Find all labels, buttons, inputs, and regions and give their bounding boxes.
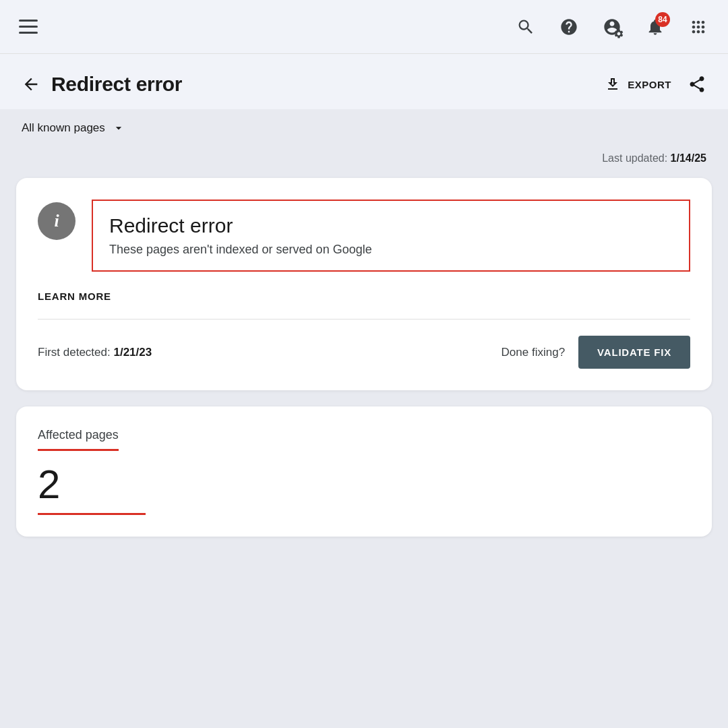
first-detected-text: First detected: 1/21/23 xyxy=(38,346,152,359)
affected-pages-underline xyxy=(38,513,146,515)
last-updated-label: Last updated: xyxy=(602,152,667,164)
first-detected-label: First detected: xyxy=(38,346,111,359)
share-button[interactable] xyxy=(688,75,706,94)
done-fixing-label: Done fixing? xyxy=(502,346,566,359)
page-title: Redirect error xyxy=(51,73,182,96)
done-fixing-section: Done fixing? VALIDATE FIX xyxy=(502,336,690,369)
learn-more-button[interactable]: LEARN MORE xyxy=(38,291,111,302)
notifications-icon[interactable]: 84 xyxy=(644,16,666,38)
last-updated-bar: Last updated: 1/14/25 xyxy=(0,147,728,178)
pages-filter-dropdown[interactable]: All known pages xyxy=(22,121,125,135)
error-info-card: i Redirect error These pages aren't inde… xyxy=(16,178,712,390)
error-card-title: Redirect error xyxy=(109,214,673,237)
nav-left xyxy=(19,20,38,34)
page-header-right: EXPORT xyxy=(605,75,706,94)
apps-grid-icon[interactable] xyxy=(688,16,709,38)
info-icon: i xyxy=(38,202,75,240)
notification-count-badge: 84 xyxy=(655,12,670,27)
filter-label: All known pages xyxy=(22,121,105,135)
page-header-left: Redirect error xyxy=(22,73,182,96)
card-divider xyxy=(38,319,690,320)
affected-pages-count: 2 xyxy=(38,464,690,505)
affected-pages-label: Affected pages xyxy=(38,428,119,442)
account-settings-icon[interactable] xyxy=(601,16,623,38)
affected-pages-tab[interactable]: Affected pages xyxy=(38,428,119,451)
affected-pages-card: Affected pages 2 xyxy=(16,406,712,537)
last-updated-date: 1/14/25 xyxy=(671,152,706,164)
error-info-section: i Redirect error These pages aren't inde… xyxy=(38,200,690,272)
top-navigation: 84 xyxy=(0,0,728,54)
detection-row: First detected: 1/21/23 Done fixing? VAL… xyxy=(38,336,690,369)
nav-right: 84 xyxy=(515,16,709,38)
back-button[interactable] xyxy=(22,75,40,94)
error-details-box: Redirect error These pages aren't indexe… xyxy=(92,200,690,272)
main-content: i Redirect error These pages aren't inde… xyxy=(0,178,728,537)
page-header: Redirect error EXPORT xyxy=(0,54,728,109)
help-icon[interactable] xyxy=(558,16,580,38)
info-icon-letter: i xyxy=(54,211,59,231)
export-button[interactable]: EXPORT xyxy=(605,76,671,92)
error-card-subtitle: These pages aren't indexed or served on … xyxy=(109,243,673,257)
hamburger-menu-icon[interactable] xyxy=(19,20,38,34)
validate-fix-button[interactable]: VALIDATE FIX xyxy=(578,336,690,369)
search-icon[interactable] xyxy=(515,16,537,38)
first-detected-date: 1/21/23 xyxy=(113,346,152,359)
filter-bar: All known pages xyxy=(0,109,728,147)
export-label: EXPORT xyxy=(628,79,671,90)
